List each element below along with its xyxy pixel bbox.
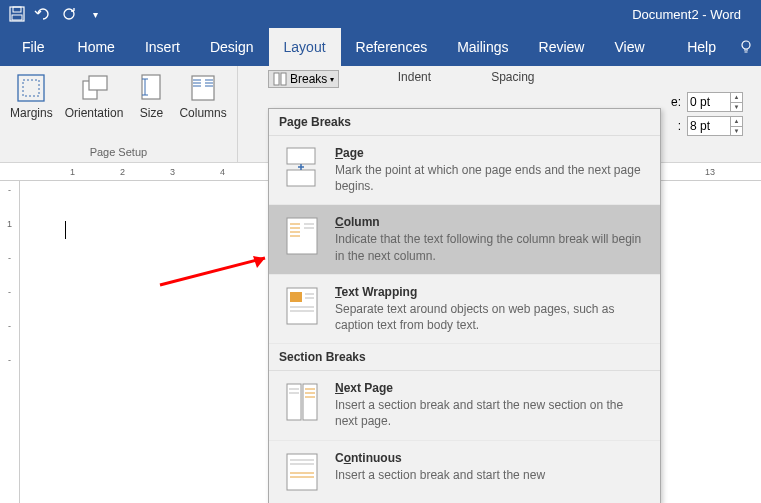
group-page-setup: Margins Orientation Size Columns [0, 66, 238, 162]
breaks-item-text-wrapping[interactable]: Text Wrapping Separate text around objec… [269, 275, 660, 344]
section-header-section-breaks: Section Breaks [269, 344, 660, 371]
size-button[interactable]: Size [131, 70, 171, 122]
svg-rect-6 [23, 80, 39, 96]
ruler-vertical[interactable]: -1---- [0, 181, 20, 503]
breaks-item-continuous[interactable]: Continuous Insert a section break and st… [269, 441, 660, 503]
item-desc: Insert a section break and start the new… [335, 397, 646, 429]
qat-customize-icon[interactable]: ▾ [86, 5, 104, 23]
column-break-icon [283, 215, 321, 257]
ribbon-tabs: File Home Insert Design Layout Reference… [0, 28, 761, 66]
orientation-button[interactable]: Orientation [61, 70, 128, 122]
columns-button[interactable]: Columns [175, 70, 230, 122]
margins-icon [15, 72, 47, 104]
indent-label: Indent [398, 70, 431, 84]
page-break-icon [283, 146, 321, 188]
text-cursor [65, 221, 66, 239]
chevron-down-icon: ▾ [330, 75, 334, 84]
orientation-icon [78, 72, 110, 104]
tab-review[interactable]: Review [524, 28, 600, 66]
spacing-before-suffix: e: [671, 95, 681, 109]
item-desc: Insert a section break and start the new [335, 467, 646, 483]
columns-icon [187, 72, 219, 104]
svg-point-4 [742, 41, 750, 49]
svg-rect-23 [287, 170, 315, 186]
tab-home[interactable]: Home [63, 28, 130, 66]
breaks-item-page[interactable]: Page Mark the point at which one page en… [269, 136, 660, 205]
tab-file[interactable]: File [4, 28, 63, 66]
text-wrapping-break-icon [283, 285, 321, 327]
breaks-icon [273, 72, 287, 86]
item-desc: Mark the point at which one page ends an… [335, 162, 646, 194]
svg-rect-32 [290, 292, 302, 302]
title-bar: ▾ Document2 - Word [0, 0, 761, 28]
window-title: Document2 - Word [112, 7, 761, 22]
svg-rect-8 [89, 76, 107, 90]
spinner-arrows-icon[interactable]: ▲▼ [730, 117, 742, 135]
tab-view[interactable]: View [599, 28, 659, 66]
item-desc: Indicate that the text following the col… [335, 231, 646, 263]
svg-rect-44 [287, 454, 317, 490]
item-title: Page [335, 146, 646, 160]
next-page-break-icon [283, 381, 321, 423]
spinner-arrows-icon[interactable]: ▲▼ [730, 93, 742, 111]
tell-me-icon[interactable] [731, 38, 761, 56]
tab-layout[interactable]: Layout [269, 28, 341, 66]
item-title: Column [335, 215, 646, 229]
breaks-dropdown: Page Breaks Page Mark the point at which… [268, 108, 661, 503]
svg-rect-1 [13, 7, 21, 12]
tab-references[interactable]: References [341, 28, 443, 66]
svg-rect-5 [18, 75, 44, 101]
item-title: Next Page [335, 381, 646, 395]
item-desc: Separate text around objects on web page… [335, 301, 646, 333]
spacing-label: Spacing [491, 70, 534, 84]
group-label-page-setup: Page Setup [90, 144, 148, 160]
spacing-after-input[interactable]: 8 pt ▲▼ [687, 116, 743, 136]
spacing-before-input[interactable]: 0 pt ▲▼ [687, 92, 743, 112]
breaks-button[interactable]: Breaks ▾ [268, 70, 339, 88]
tab-insert[interactable]: Insert [130, 28, 195, 66]
tab-design[interactable]: Design [195, 28, 269, 66]
quick-access-toolbar: ▾ [0, 5, 112, 23]
svg-rect-22 [287, 148, 315, 164]
size-icon [135, 72, 167, 104]
svg-rect-17 [274, 73, 279, 85]
spacing-after-suffix: : [678, 119, 681, 133]
svg-rect-18 [281, 73, 286, 85]
redo-icon[interactable] [60, 5, 78, 23]
save-icon[interactable] [8, 5, 26, 23]
section-header-page-breaks: Page Breaks [269, 109, 660, 136]
item-title: Text Wrapping [335, 285, 646, 299]
item-title: Continuous [335, 451, 646, 465]
svg-rect-2 [12, 15, 22, 20]
continuous-break-icon [283, 451, 321, 493]
margins-button[interactable]: Margins [6, 70, 57, 122]
tab-help[interactable]: Help [672, 39, 731, 55]
undo-icon[interactable] [34, 5, 52, 23]
breaks-item-column[interactable]: Column Indicate that the text following … [269, 205, 660, 274]
breaks-item-next-page[interactable]: Next Page Insert a section break and sta… [269, 371, 660, 440]
tab-mailings[interactable]: Mailings [442, 28, 523, 66]
